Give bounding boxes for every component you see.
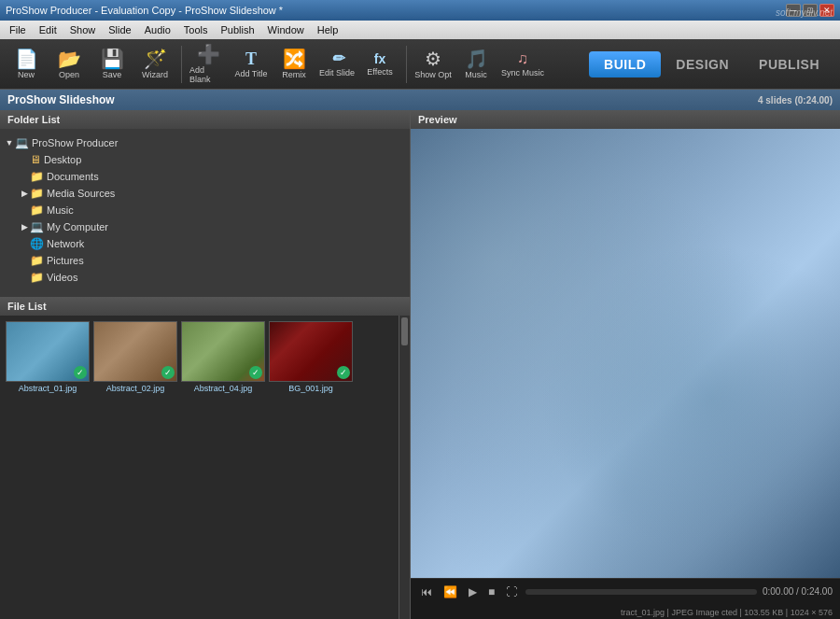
open-button[interactable]: 📂 Open [49,43,90,86]
folder-item-my-computer[interactable]: ▶ 💻 My Computer [0,218,410,235]
music-icon: 🎵 [465,49,488,68]
effects-label: Effects [367,67,392,77]
folder-label-media-sources: Media Sources [47,188,115,199]
file-list-scrollbar[interactable] [399,316,410,619]
minimize-button[interactable]: ─ [786,4,801,17]
check-badge-4: ✓ [337,366,350,379]
folder-icon-videos: 📁 [30,271,44,284]
folder-icon-music: 📁 [30,204,44,217]
folder-icon-pictures: 📁 [30,254,44,267]
file-item-abstract01[interactable]: ✓ Abstract_01.jpg [6,321,90,393]
close-button[interactable]: ✕ [819,4,834,17]
folder-list[interactable]: ▼ 💻 ProShow Producer 🖥 Desktop 📁 [0,129,410,297]
file-item-abstract02[interactable]: ✓ Abstract_02.jpg [93,321,177,393]
folder-item-desktop[interactable]: 🖥 Desktop [0,151,410,168]
window-controls: ─ □ ✕ [786,4,834,17]
wizard-label: Wizard [142,70,168,79]
new-button[interactable]: 📄 New [6,43,47,86]
check-badge-2: ✓ [161,366,175,379]
folder-label-documents: Documents [47,171,99,182]
show-opt-button[interactable]: ⚙ Show Opt [413,43,454,86]
menu-slide[interactable]: Slide [103,22,136,37]
file-name-abstract01: Abstract_01.jpg [19,384,77,393]
toolbar-separator-1 [181,46,182,83]
time-display: 0:00.00 / 0:24.00 [763,586,833,597]
preview-area [411,129,840,578]
build-button[interactable]: BUILD [589,51,661,77]
menu-help[interactable]: Help [312,22,344,37]
effects-button[interactable]: fx Effects [359,43,400,86]
folder-item-documents[interactable]: 📁 Documents [0,168,410,185]
folder-label-pictures: Pictures [47,255,84,266]
folder-item-videos[interactable]: 📁 Videos [0,269,410,286]
folder-list-header: Folder List [0,110,410,129]
folder-label-desktop: Desktop [44,154,81,165]
folder-item-media-sources[interactable]: ▶ 📁 Media Sources [0,185,410,202]
folder-item-network[interactable]: 🌐 Network [0,235,410,252]
wizard-button[interactable]: 🪄 Wizard [134,43,175,86]
folder-item-proshow[interactable]: ▼ 💻 ProShow Producer [0,134,410,151]
show-info: 4 slides (0:24.00) [758,95,833,106]
file-section: File List ✓ Abstract_01.jpg ✓ [0,297,410,619]
folder-icon-proshow: 💻 [15,136,29,149]
folder-tree: ▼ 💻 ProShow Producer 🖥 Desktop 📁 [0,133,410,288]
maximize-button[interactable]: □ [803,4,818,17]
folder-label-proshow: ProShow Producer [32,137,118,148]
menu-audio[interactable]: Audio [139,22,176,37]
open-label: Open [59,70,79,79]
remix-icon: 🔀 [283,49,306,68]
music-button[interactable]: 🎵 Music [455,43,497,86]
sync-music-icon: ♫ [517,51,528,66]
toolbar-separator-2 [406,46,407,83]
publish-button[interactable]: PUBLISH [744,51,834,77]
edit-slide-label: Edit Slide [319,68,355,77]
progress-bar-container[interactable] [525,589,757,595]
stop-button[interactable]: ■ [485,584,497,600]
save-button[interactable]: 💾 Save [91,43,133,86]
file-item-bg001[interactable]: ✓ BG_001.jpg [269,321,353,393]
show-opt-icon: ⚙ [425,49,441,68]
expander-media-sources: ▶ [19,189,30,198]
show-title-text: ProShow Slideshow [7,93,115,106]
toolbar-group-edit: ➕ Add Blank T Add Title 🔀 Remix ✏ Edit S… [188,43,400,86]
menu-publish[interactable]: Publish [216,22,260,37]
add-blank-label: Add Blank [189,65,227,84]
menu-tools[interactable]: Tools [178,22,214,37]
menu-show[interactable]: Show [64,22,102,37]
remix-label: Remix [282,70,306,79]
preview-controls: ⏮ ⏪ ▶ ■ ⛶ 0:00.00 / 0:24.00 [411,578,840,604]
toolbar: 📄 New 📂 Open 💾 Save 🪄 Wizard ➕ Add Blank… [0,39,840,90]
check-badge-1: ✓ [74,366,87,379]
folder-item-music[interactable]: 📁 Music [0,202,410,218]
file-thumb-bg001: ✓ [269,321,353,382]
edit-slide-button[interactable]: ✏ Edit Slide [316,43,357,86]
design-button[interactable]: DESIGN [661,51,744,77]
add-title-button[interactable]: T Add Title [231,43,272,86]
preview-image [411,129,840,578]
file-item-abstract04[interactable]: ✓ Abstract_04.jpg [181,321,265,393]
file-list-container: ✓ Abstract_01.jpg ✓ Abstract_02.jpg [0,316,410,619]
toolbar-group-options: ⚙ Show Opt 🎵 Music ♫ Sync Music [413,43,547,86]
sync-music-button[interactable]: ♫ Sync Music [498,43,547,86]
folder-icon-media-sources: 📁 [30,187,44,200]
new-label: New [18,70,35,79]
menu-file[interactable]: File [4,22,32,37]
remix-button[interactable]: 🔀 Remix [273,43,315,86]
fullscreen-button[interactable]: ⛶ [503,584,520,600]
step-back-button[interactable]: ⏪ [441,584,460,600]
expander-proshow: ▼ [4,138,15,148]
preview-info: tract_01.jpg | JPEG Image cted | 103.55 … [411,604,840,619]
prev-button[interactable]: ⏮ [418,584,435,600]
menu-window[interactable]: Window [262,22,310,37]
folder-item-pictures[interactable]: 📁 Pictures [0,252,410,269]
show-title-bar: ProShow Slideshow 4 slides (0:24.00) [0,90,840,110]
right-panel: Preview ⏮ ⏪ ▶ ■ ⛶ 0:00.00 / 0:24.00 trac… [411,110,840,619]
file-list-header: File List [0,297,410,316]
folder-icon-my-computer: 💻 [30,220,44,233]
folder-label-my-computer: My Computer [47,221,108,232]
add-blank-button[interactable]: ➕ Add Blank [188,43,229,86]
show-opt-label: Show Opt [414,70,452,79]
play-button[interactable]: ▶ [466,584,480,600]
folder-icon-documents: 📁 [30,170,44,183]
menu-edit[interactable]: Edit [34,22,63,37]
